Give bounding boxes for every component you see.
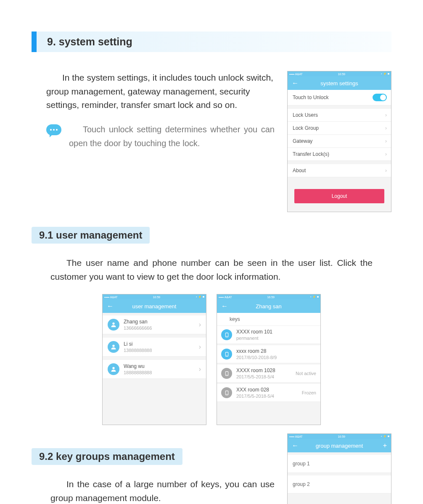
key-row[interactable]: XXXX room 101permanent xyxy=(217,326,320,344)
section-9-intro: In the system settings, it includes touc… xyxy=(46,71,275,112)
group-row[interactable]: group 2 xyxy=(288,475,391,494)
touch-unlock-label: Touch to Unlock xyxy=(293,94,328,100)
svg-point-8 xyxy=(226,374,227,375)
key-room: XXXX room 1028 xyxy=(236,368,275,373)
status-right: ⋆ ⚡ ■ xyxy=(196,295,204,299)
chevron-right-icon: › xyxy=(385,138,387,144)
status-right: ⋆ ⚡ ■ xyxy=(381,435,389,438)
transfer-locks-label: Transfer Lock(s) xyxy=(293,151,329,157)
svg-point-0 xyxy=(112,323,114,325)
section-9-note: Touch unlock setting determines whether … xyxy=(69,123,275,150)
heading-body: 9. system setting xyxy=(37,32,391,52)
title-bar: ← Zhang san xyxy=(217,299,320,313)
chevron-right-icon: › xyxy=(385,168,387,173)
heading-accent xyxy=(32,32,37,52)
key-sub: permanent xyxy=(236,336,272,341)
group-row[interactable]: group 1 xyxy=(288,455,391,473)
about-row[interactable]: About› xyxy=(288,164,391,177)
user-name: Wang wu xyxy=(124,363,152,369)
transfer-locks-row[interactable]: Transfer Lock(s)› xyxy=(288,148,391,161)
phone-group-management: ••••• A&AT 16:59 ⋆ ⚡ ■ ← group managemen… xyxy=(287,433,391,504)
chevron-right-icon: › xyxy=(199,365,201,373)
title-bar: ← user management xyxy=(103,299,206,313)
svg-point-2 xyxy=(112,367,114,369)
key-sub: 2017/8/10-2018-8/9 xyxy=(236,355,277,360)
touch-unlock-toggle[interactable] xyxy=(373,94,387,101)
key-icon xyxy=(221,368,232,379)
key-sub: 2017/5/5-2018-5/4 xyxy=(236,374,275,379)
chevron-right-icon: › xyxy=(385,151,387,157)
phone-user-management: ••••• A&AT 16:59 ⋆ ⚡ ■ ← user management… xyxy=(102,294,206,425)
user-row[interactable]: Li si13888888888 › xyxy=(103,338,206,357)
screen-title: group management xyxy=(288,443,391,449)
key-room: XXX room 028 xyxy=(236,387,274,393)
status-right: ⋆ ⚡ ■ xyxy=(310,295,319,299)
status-carrier: ••••• A&AT xyxy=(104,296,118,299)
key-icon xyxy=(221,387,232,398)
user-name: Zhang san xyxy=(124,319,152,325)
user-name: Li si xyxy=(124,341,152,347)
screen-title: user management xyxy=(103,303,206,310)
back-icon[interactable]: ← xyxy=(292,79,299,87)
status-bar: ••••• A&AT 16:59 ⋆ ⚡ ■ xyxy=(288,71,391,76)
key-row[interactable]: XXX room 0282017/5/5-2018-5/4 Frozen xyxy=(217,384,320,402)
chevron-right-icon: › xyxy=(199,343,201,351)
key-row[interactable]: xxxx room 282017/8/10-2018-8/9 xyxy=(217,345,320,363)
title-bar: ← system settings xyxy=(288,76,391,90)
status-time: 16:59 xyxy=(338,73,345,76)
back-icon[interactable]: ← xyxy=(292,442,299,449)
key-room: xxxx room 28 xyxy=(236,348,277,354)
svg-point-4 xyxy=(226,336,227,336)
status-time: 16:59 xyxy=(153,296,160,299)
svg-point-10 xyxy=(226,394,227,394)
avatar-icon xyxy=(108,363,119,375)
key-sub: 2017/5/5-2018-5/4 xyxy=(236,394,274,399)
key-status: Frozen xyxy=(302,390,316,395)
chevron-right-icon: › xyxy=(385,112,387,118)
user-phone: 13888888888 xyxy=(124,348,152,353)
status-carrier: ••••• A&AT xyxy=(219,296,232,299)
logout-button[interactable]: Logout xyxy=(294,189,384,203)
touch-unlock-row[interactable]: Touch to Unlock xyxy=(288,90,391,105)
section-92-title: 9.2 key groups management xyxy=(32,448,182,465)
status-bar: ••••• A&AT 16:59 ⋆ ⚡ ■ xyxy=(288,434,391,439)
status-right: ⋆ ⚡ ■ xyxy=(381,72,389,76)
user-row[interactable]: Wang wu18888888888 › xyxy=(103,360,206,379)
lock-group-label: Lock Group xyxy=(293,125,319,131)
svg-point-6 xyxy=(226,355,227,356)
lock-users-row[interactable]: Lock Users› xyxy=(288,109,391,122)
section-91-title: 9.1 user management xyxy=(32,227,150,244)
note-icon xyxy=(46,124,61,135)
key-row[interactable]: XXXX room 10282017/5/5-2018-5/4 Not acti… xyxy=(217,365,320,383)
status-bar: ••••• A&AT 16:59 ⋆ ⚡ ■ xyxy=(103,294,206,299)
lock-group-row[interactable]: Lock Group› xyxy=(288,122,391,135)
avatar-icon xyxy=(108,319,119,331)
chevron-right-icon: › xyxy=(385,125,387,131)
chevron-right-icon: › xyxy=(199,321,201,328)
status-time: 16:59 xyxy=(338,435,345,438)
section-91-para: The user name and phone number can be se… xyxy=(50,256,373,284)
key-icon xyxy=(221,349,232,360)
key-status: Not active xyxy=(296,371,316,376)
status-bar: ••••• A&AT 16:59 ⋆ ⚡ ■ xyxy=(217,294,320,299)
section-9-heading: 9. system setting xyxy=(32,32,391,52)
gateway-row[interactable]: Gateway› xyxy=(288,135,391,148)
user-phone: 13666666666 xyxy=(124,326,152,331)
avatar-icon xyxy=(108,341,119,353)
status-carrier: ••••• A&AT xyxy=(289,435,303,438)
about-label: About xyxy=(293,168,306,173)
user-phone: 18888888888 xyxy=(124,370,152,375)
lock-users-label: Lock Users xyxy=(293,112,318,118)
add-icon[interactable]: + xyxy=(383,442,387,449)
screen-title: Zhang san xyxy=(217,303,320,310)
status-time: 16:59 xyxy=(267,296,275,299)
section-92-para: In the case of a large number of keys, y… xyxy=(50,478,275,504)
title-bar: ← group management + xyxy=(288,439,391,452)
status-carrier: ••••• A&AT xyxy=(289,73,303,76)
back-icon[interactable]: ← xyxy=(107,302,114,310)
keys-label: keys xyxy=(217,313,320,326)
key-room: XXXX room 101 xyxy=(236,329,272,335)
back-icon[interactable]: ← xyxy=(221,302,228,310)
section-9-title: 9. system setting xyxy=(47,36,381,48)
user-row[interactable]: Zhang san13666666666 › xyxy=(103,315,206,334)
